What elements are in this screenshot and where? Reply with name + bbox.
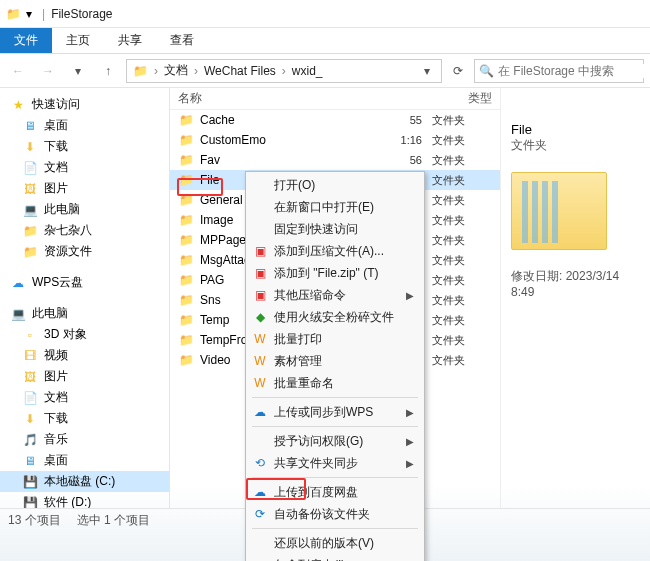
folder-icon: 📁 [178, 312, 194, 328]
ctx-shred[interactable]: ◆使用火绒安全粉碎文件 [246, 306, 424, 328]
window-title: FileStorage [51, 7, 112, 21]
folder-name: CustomEmo [200, 133, 266, 147]
ctx-grant-access[interactable]: 授予访问权限(G)▶ [246, 430, 424, 452]
backup-icon: ⟳ [252, 506, 268, 522]
ctx-open[interactable]: 打开(O) [246, 174, 424, 196]
nav-videos[interactable]: 🎞视频 [0, 345, 169, 366]
crumb-root-icon[interactable]: 📁 [131, 64, 150, 78]
folder-row[interactable]: 📁Cache55文件夹 [170, 110, 500, 130]
document-icon: 📄 [22, 390, 38, 406]
nav-documents[interactable]: 📄文档 [0, 157, 169, 178]
refresh-button[interactable]: ⟳ [448, 64, 468, 78]
folder-icon: 📁 [178, 252, 194, 268]
crumb-2[interactable]: wxid_ [290, 64, 325, 78]
search-box[interactable]: 🔍 [474, 59, 644, 83]
folder-type: 文件夹 [432, 353, 492, 368]
folder-icon: 📁 [178, 112, 194, 128]
folder-icon: 📁 [178, 352, 194, 368]
nav-documents2[interactable]: 📄文档 [0, 387, 169, 408]
nav-music[interactable]: 🎵音乐 [0, 429, 169, 450]
shield-icon: ◆ [252, 309, 268, 325]
folder-row[interactable]: 📁CustomEmo1:16文件夹 [170, 130, 500, 150]
music-icon: 🎵 [22, 432, 38, 448]
folder-icon: 📁 [22, 244, 38, 260]
nav-desktop[interactable]: 🖥桌面 [0, 115, 169, 136]
col-name[interactable]: 名称 [170, 90, 360, 107]
nav-pictures2[interactable]: 🖼图片 [0, 366, 169, 387]
ctx-open-new[interactable]: 在新窗口中打开(E) [246, 196, 424, 218]
address-box[interactable]: 📁 › 文档 › WeChat Files › wxid_ ▾ [126, 59, 442, 83]
ctx-add-zip[interactable]: ▣添加到 "File.zip" (T) [246, 262, 424, 284]
ctx-baidu[interactable]: ☁上传到百度网盘 [246, 481, 424, 503]
nav-label: 快速访问 [32, 96, 80, 113]
nav-drive-c[interactable]: 💾本地磁盘 (C:) [0, 471, 169, 492]
ctx-batch-rename[interactable]: W批量重命名 [246, 372, 424, 394]
archive-icon: ▣ [252, 287, 268, 303]
nav-back-button[interactable]: ← [6, 59, 30, 83]
column-headers[interactable]: 名称 类型 [170, 88, 500, 110]
tab-file[interactable]: 文件 [0, 28, 52, 53]
ctx-wps-sync[interactable]: ☁上传或同步到WPS▶ [246, 401, 424, 423]
folder-icon: 📁 [178, 192, 194, 208]
preview-subtitle: 文件夹 [511, 137, 640, 154]
details-header [511, 94, 640, 116]
nav-wps-cloud[interactable]: ☁WPS云盘 [0, 272, 169, 293]
ctx-other-zip[interactable]: ▣其他压缩命令▶ [246, 284, 424, 306]
folder-name: Fav [200, 153, 220, 167]
tab-home[interactable]: 主页 [52, 28, 104, 53]
search-input[interactable] [498, 64, 648, 78]
nav-resources[interactable]: 📁资源文件 [0, 241, 169, 262]
folder-name: PAG [200, 273, 224, 287]
ctx-material[interactable]: W素材管理 [246, 350, 424, 372]
ctx-batch-print[interactable]: W批量打印 [246, 328, 424, 350]
title-bar: 📁 ▾ | FileStorage [0, 0, 650, 28]
folder-icon: 📁 [178, 292, 194, 308]
ctx-add-archive[interactable]: ▣添加到压缩文件(A)... [246, 240, 424, 262]
ctx-add-lib[interactable]: 包含到库中(I)▶ [246, 554, 424, 561]
nav-3d[interactable]: ▫3D 对象 [0, 324, 169, 345]
folder-type: 文件夹 [432, 333, 492, 348]
folder-name: Sns [200, 293, 221, 307]
chevron-right-icon: ▶ [406, 458, 414, 469]
address-dropdown-icon[interactable]: ▾ [417, 64, 437, 78]
nav-desktop2[interactable]: 🖥桌面 [0, 450, 169, 471]
separator [252, 528, 418, 529]
nav-thispc-quick[interactable]: 💻此电脑 [0, 199, 169, 220]
divider: | [42, 7, 45, 21]
folder-name: File [200, 173, 219, 187]
folder-name: General [200, 193, 243, 207]
preview-title: File [511, 122, 640, 137]
folder-time: 55 [366, 114, 426, 126]
nav-quick-access[interactable]: ★快速访问 [0, 94, 169, 115]
qat-icon[interactable]: ▾ [22, 7, 36, 21]
crumb-1[interactable]: WeChat Files [202, 64, 278, 78]
nav-drive-d[interactable]: 💾软件 (D:) [0, 492, 169, 508]
separator [252, 426, 418, 427]
ctx-auto-backup[interactable]: ⟳自动备份该文件夹 [246, 503, 424, 525]
ctx-restore-ver[interactable]: 还原以前的版本(V) [246, 532, 424, 554]
nav-pictures[interactable]: 🖼图片 [0, 178, 169, 199]
pc-icon: 💻 [10, 306, 26, 322]
nav-forward-button[interactable]: → [36, 59, 60, 83]
nav-this-pc[interactable]: 💻此电脑 [0, 303, 169, 324]
nav-downloads[interactable]: ⬇下载 [0, 136, 169, 157]
archive-icon: ▣ [252, 243, 268, 259]
drive-icon: 💾 [22, 495, 38, 509]
sync-icon: ⟲ [252, 455, 268, 471]
nav-recent-button[interactable]: ▾ [66, 59, 90, 83]
folder-name: Cache [200, 113, 235, 127]
tab-share[interactable]: 共享 [104, 28, 156, 53]
folder-type: 文件夹 [432, 173, 492, 188]
crumb-0[interactable]: 文档 [162, 62, 190, 79]
folder-icon: 📁 [178, 232, 194, 248]
ctx-pin-quick[interactable]: 固定到快速访问 [246, 218, 424, 240]
col-type[interactable]: 类型 [360, 90, 500, 107]
ctx-share-sync[interactable]: ⟲共享文件夹同步▶ [246, 452, 424, 474]
tab-view[interactable]: 查看 [156, 28, 208, 53]
folder-row[interactable]: 📁Fav56文件夹 [170, 150, 500, 170]
nav-misc[interactable]: 📁杂七杂八 [0, 220, 169, 241]
nav-downloads2[interactable]: ⬇下载 [0, 408, 169, 429]
archive-icon: ▣ [252, 265, 268, 281]
folder-name: Video [200, 353, 230, 367]
nav-up-button[interactable]: ↑ [96, 59, 120, 83]
